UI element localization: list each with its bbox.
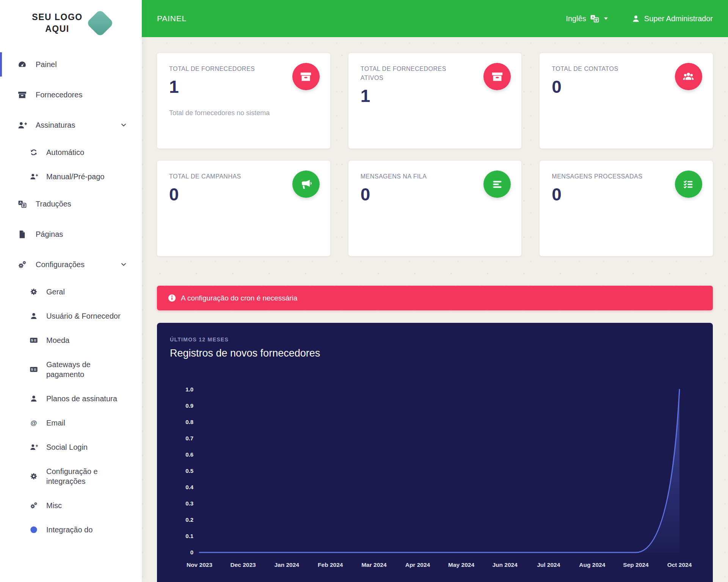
- sidebar-item-label: Geral: [46, 287, 127, 297]
- svg-text:Oct 2024: Oct 2024: [667, 562, 692, 568]
- svg-text:1.0: 1.0: [185, 386, 193, 393]
- sidebar-item-geral[interactable]: Geral: [0, 280, 142, 304]
- chart-subtitle: ÚLTIMOS 12 MESES: [170, 336, 700, 343]
- svg-text:Feb 2024: Feb 2024: [318, 562, 343, 568]
- stat-value: 1: [361, 86, 510, 106]
- language-selector[interactable]: Inglês: [566, 14, 607, 23]
- sidebar-item-label: Configuração e integrações: [46, 466, 127, 486]
- svg-text:Dec 2023: Dec 2023: [230, 562, 256, 568]
- brand-diamond-logo: [86, 9, 114, 37]
- sidebar-item-social-login[interactable]: Social Login: [0, 435, 142, 459]
- sidebar-item-planos-assinatura[interactable]: Planos de assinatura: [0, 386, 142, 411]
- svg-text:May 2024: May 2024: [448, 562, 474, 568]
- topbar-right: Inglês Super Administrador: [566, 14, 713, 23]
- app-root: SEU LOGO AQUI Painel Fornecedores Assina…: [0, 0, 728, 582]
- user-menu[interactable]: Super Administrador: [631, 14, 713, 23]
- sidebar-item-assinaturas[interactable]: Assinaturas: [0, 110, 142, 140]
- svg-text:Apr 2024: Apr 2024: [405, 562, 430, 568]
- sidebar-item-label: Manual/Pré-pago: [46, 172, 127, 181]
- sidebar-item-label: Configurações: [36, 260, 111, 269]
- sidebar-item-label: Painel: [36, 59, 127, 69]
- svg-text:0.6: 0.6: [185, 451, 193, 458]
- users-icon: [675, 63, 702, 90]
- gears-icon: [30, 501, 38, 510]
- sidebar-item-label: Integração do: [46, 525, 127, 535]
- sidebar-item-integracao[interactable]: Integração do: [0, 518, 142, 542]
- archive-icon: [483, 63, 511, 90]
- sidebar-item-usuario-fornecedor[interactable]: Usuário & Fornecedor: [0, 304, 142, 328]
- money-check-icon: [30, 336, 38, 344]
- archive-icon: [292, 63, 320, 90]
- sidebar-item-label: Páginas: [36, 229, 127, 239]
- sidebar-item-label: Assinaturas: [36, 120, 111, 130]
- at-icon: [30, 419, 38, 427]
- svg-text:0: 0: [190, 549, 193, 555]
- user-icon: [30, 394, 38, 403]
- user-plus-icon: [17, 120, 27, 130]
- sidebar-item-configuracao-integracoes[interactable]: Configuração e integrações: [0, 459, 142, 493]
- user-icon: [631, 14, 640, 23]
- page-title: PAINEL: [157, 14, 187, 23]
- svg-text:Mar 2024: Mar 2024: [361, 562, 387, 568]
- sidebar-item-manual-pre-pago[interactable]: Manual/Pré-pago: [0, 164, 142, 189]
- stat-card-total-campanhas: TOTAL DE CAMPANHAS 0: [157, 161, 330, 256]
- sidebar-item-configuracoes[interactable]: Configurações: [0, 249, 142, 280]
- user-name: Super Administrador: [644, 14, 713, 23]
- sidebar-item-label: Fornecedores: [36, 90, 127, 100]
- file-icon: [17, 230, 27, 239]
- brand-text: SEU LOGO AQUI: [32, 11, 82, 35]
- money-check-icon: [30, 365, 38, 374]
- info-icon: [168, 294, 176, 302]
- chart-card: ÚLTIMOS 12 MESES Registros de novos forn…: [157, 323, 713, 582]
- line-chart-svg: 00.10.20.30.40.50.60.70.80.91.0Nov 2023D…: [170, 374, 700, 581]
- sidebar-item-label: Misc: [46, 501, 127, 510]
- dashboard-icon: [17, 60, 27, 69]
- sidebar-item-email[interactable]: Email: [0, 411, 142, 435]
- sidebar-item-paginas[interactable]: Páginas: [0, 219, 142, 249]
- gear-icon: [30, 472, 38, 480]
- sidebar-item-label: Social Login: [46, 442, 127, 452]
- svg-text:0.5: 0.5: [185, 468, 193, 474]
- svg-text:0.2: 0.2: [185, 516, 193, 523]
- stat-cards: TOTAL DE FORNECEDORES 1 Total de fornece…: [157, 53, 713, 256]
- sidebar-item-fornecedores[interactable]: Fornecedores: [0, 80, 142, 110]
- dashboard-content: TOTAL DE FORNECEDORES 1 Total de fornece…: [142, 37, 728, 582]
- brand-line1: SEU LOGO: [32, 11, 82, 23]
- svg-text:Jul 2024: Jul 2024: [537, 562, 560, 568]
- stat-card-fornecedores-ativos: TOTAL DE FORNECEDORES ATIVOS 1: [348, 53, 522, 149]
- sidebar-item-moeda[interactable]: Moeda: [0, 328, 142, 352]
- svg-text:Jan 2024: Jan 2024: [274, 562, 299, 568]
- sidebar-item-painel[interactable]: Painel: [0, 49, 142, 80]
- topbar: PAINEL Inglês Super Administrador: [142, 0, 728, 37]
- svg-text:0.7: 0.7: [185, 435, 193, 441]
- sidebar-item-label: Gateways de pagamento: [46, 360, 127, 379]
- line-chart: 00.10.20.30.40.50.60.70.80.91.0Nov 2023D…: [170, 374, 700, 582]
- stat-card-total-fornecedores: TOTAL DE FORNECEDORES 1 Total de fornece…: [157, 53, 330, 149]
- chart-title: Registros de novos fornecedores: [170, 347, 700, 359]
- cron-alert: A configuração do cron é necessária: [157, 286, 713, 310]
- sidebar-item-label: Moeda: [46, 335, 127, 345]
- bullhorn-icon: [292, 171, 320, 198]
- list-check-icon: [675, 171, 702, 198]
- stat-card-total-contatos: TOTAL DE CONTATOS 0: [540, 53, 713, 149]
- sidebar-item-label: Planos de assinatura: [46, 394, 127, 404]
- sync-icon: [30, 148, 38, 156]
- main-area: PAINEL Inglês Super Administrador TOTAL …: [142, 0, 728, 582]
- chevron-down-icon: [120, 121, 127, 129]
- svg-text:0.4: 0.4: [185, 484, 194, 490]
- sidebar-item-misc[interactable]: Misc: [0, 493, 142, 518]
- sidebar-item-gateways-pagamento[interactable]: Gateways de pagamento: [0, 352, 142, 386]
- svg-text:Jun 2024: Jun 2024: [492, 562, 518, 568]
- sidebar-item-traducoes[interactable]: Traduções: [0, 189, 142, 219]
- language-label: Inglês: [566, 14, 586, 23]
- sidebar-item-label: Usuário & Fornecedor: [46, 311, 127, 321]
- brand-logo[interactable]: SEU LOGO AQUI: [0, 0, 142, 41]
- gears-icon: [17, 260, 27, 269]
- integration-icon: [30, 526, 38, 534]
- sidebar-item-automatico[interactable]: Automático: [0, 140, 142, 164]
- svg-text:0.9: 0.9: [185, 402, 193, 409]
- sidebar-item-label: Traduções: [36, 199, 127, 209]
- sidebar-item-label: Email: [46, 418, 127, 428]
- cron-alert-text: A configuração do cron é necessária: [181, 294, 297, 302]
- gear-icon: [30, 288, 38, 296]
